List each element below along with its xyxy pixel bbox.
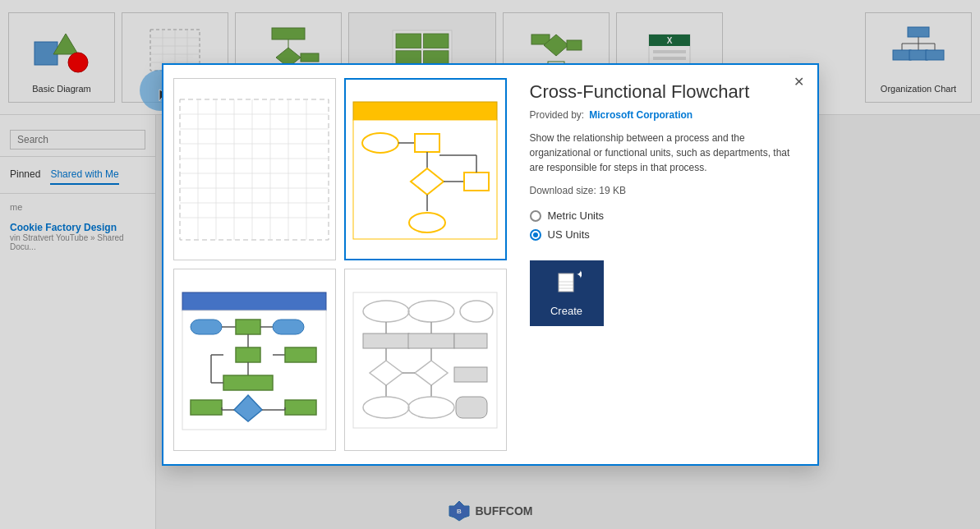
svg-rect-108 [454,367,487,382]
modal-provider-name: Microsoft Corporation [589,109,692,121]
create-label: Create [550,305,582,317]
radio-us-label: US Units [548,228,590,241]
svg-rect-76 [236,320,260,334]
svg-rect-89 [191,400,222,415]
svg-rect-87 [285,347,316,362]
radio-metric-circle [530,210,541,222]
modal-thumb-grey-flow[interactable] [344,269,507,451]
modal-body: Cross-Functional Flowchart Provided by: … [163,65,817,464]
modal-thumbnails-grid [163,65,517,464]
modal-dialog-title: Cross-Functional Flowchart [530,81,801,103]
radio-metric[interactable]: Metric Units [530,209,801,222]
modal-provider-row: Provided by: Microsoft Corporation [530,109,801,121]
svg-rect-82 [223,375,273,390]
modal-thumb-blue-flow[interactable] [173,269,336,451]
create-button[interactable]: ✦ Create [530,260,604,326]
svg-rect-60 [353,120,497,239]
svg-rect-115 [559,274,573,292]
radio-us[interactable]: US Units [530,228,801,241]
radio-us-circle [530,229,541,241]
svg-rect-101 [363,334,409,348]
svg-rect-102 [408,334,454,348]
modal-overlay: ✕ [0,0,980,529]
modal-info-panel: Cross-Functional Flowchart Provided by: … [517,65,817,464]
svg-rect-72 [182,292,326,310]
svg-rect-113 [456,397,487,418]
svg-rect-78 [273,320,304,334]
modal-dialog: ✕ [162,63,819,466]
svg-rect-103 [454,334,487,348]
radio-metric-label: Metric Units [548,209,605,222]
modal-thumb-blank-grid[interactable] [173,78,336,260]
svg-rect-90 [285,400,316,415]
svg-rect-74 [191,320,222,334]
svg-rect-58 [353,102,497,120]
modal-description: Show the relationship between a process … [530,131,801,175]
create-icon: ✦ [552,270,582,300]
modal-download-size: Download size: 19 KB [530,185,801,196]
modal-close-button[interactable]: ✕ [789,71,809,91]
modal-thumb-orange-flow[interactable] [344,78,507,260]
svg-text:✦: ✦ [576,270,582,281]
svg-rect-80 [236,347,260,362]
modal-provider-label: Provided by: [530,109,585,121]
modal-units-group: Metric Units US Units [530,209,801,241]
